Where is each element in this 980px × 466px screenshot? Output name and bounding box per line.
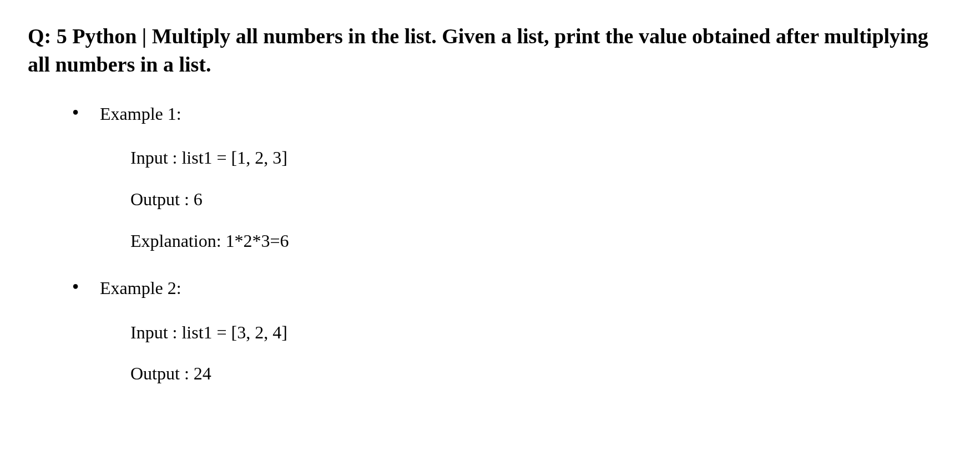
example-explanation: Explanation: 1*2*3=6 [130,229,952,254]
example-input: Input : list1 = [1, 2, 3] [130,145,952,170]
example-title: Example 2: [100,276,952,301]
examples-list: Example 1: Input : list1 = [1, 2, 3] Out… [28,102,952,387]
example-input: Input : list1 = [3, 2, 4] [130,320,952,345]
example-item: Example 1: Input : list1 = [1, 2, 3] Out… [100,102,952,254]
example-output: Output : 24 [130,361,952,386]
example-item: Example 2: Input : list1 = [3, 2, 4] Out… [100,276,952,386]
example-body: Input : list1 = [1, 2, 3] Output : 6 Exp… [100,145,952,253]
example-body: Input : list1 = [3, 2, 4] Output : 24 [100,320,952,387]
example-title: Example 1: [100,102,952,126]
question-heading: Q: 5 Python | Multiply all numbers in th… [28,22,952,79]
example-output: Output : 6 [130,187,952,212]
